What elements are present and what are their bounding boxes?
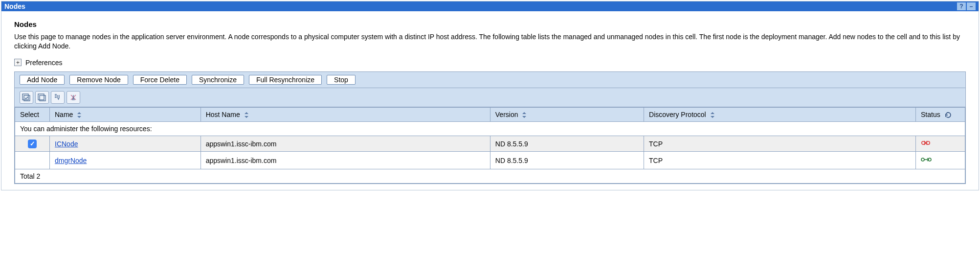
row-checkbox[interactable] xyxy=(28,140,37,148)
minimize-icon[interactable]: – xyxy=(967,2,976,10)
table-container: Add Node Remove Node Force Delete Synchr… xyxy=(14,71,966,184)
column-select: Select xyxy=(15,107,50,121)
status-synchronized-icon xyxy=(921,156,932,164)
status-unsynchronized-icon xyxy=(921,139,931,148)
svg-rect-2 xyxy=(38,94,44,100)
portlet: Nodes ? – Nodes Use this page to manage … xyxy=(1,1,979,190)
add-node-button[interactable]: Add Node xyxy=(20,75,65,85)
column-version[interactable]: Version xyxy=(490,107,644,121)
page-title: Nodes xyxy=(14,20,966,28)
portlet-titlebar: Nodes ? – xyxy=(1,1,979,11)
sort-icon[interactable] xyxy=(244,112,249,118)
svg-point-6 xyxy=(921,158,924,161)
cell-version: ND 8.5.5.9 xyxy=(490,152,644,169)
content-area: Nodes Use this page to manage nodes in t… xyxy=(1,11,979,190)
portlet-title-actions: ? – xyxy=(957,2,976,10)
preferences-toggle[interactable]: + Preferences xyxy=(14,59,966,67)
svg-point-5 xyxy=(927,141,930,144)
clear-filter-icon[interactable] xyxy=(67,91,80,104)
node-link[interactable]: dmgrNode xyxy=(55,157,87,164)
cell-discovery-protocol: TCP xyxy=(644,152,916,169)
sort-icon[interactable] xyxy=(77,112,82,118)
sort-icon[interactable] xyxy=(710,112,715,118)
section-label: You can administer the following resourc… xyxy=(15,122,965,136)
node-link[interactable]: ICNode xyxy=(55,140,78,148)
stop-button[interactable]: Stop xyxy=(327,75,356,85)
column-status: Status xyxy=(916,107,965,121)
table-footer-row: Total 2 xyxy=(15,169,965,184)
table-row: dmgrNode appswin1.issc-ibm.com ND 8.5.5.… xyxy=(15,152,965,169)
page-description: Use this page to manage nodes in the app… xyxy=(14,32,966,51)
refresh-icon[interactable] xyxy=(942,111,952,118)
preferences-label: Preferences xyxy=(25,59,62,67)
filter-icon[interactable] xyxy=(51,91,65,104)
select-all-icon[interactable] xyxy=(20,91,33,104)
column-name[interactable]: Name xyxy=(50,107,201,121)
sort-icon[interactable] xyxy=(522,112,527,118)
help-icon[interactable]: ? xyxy=(957,2,966,10)
column-host-name[interactable]: Host Name xyxy=(200,107,490,121)
cell-host-name: appswin1.issc-ibm.com xyxy=(200,152,490,169)
table-section-row: You can administer the following resourc… xyxy=(15,122,965,136)
cell-discovery-protocol: TCP xyxy=(644,136,916,152)
action-bar: Add Node Remove Node Force Delete Synchr… xyxy=(15,72,965,88)
remove-node-button[interactable]: Remove Node xyxy=(69,75,128,85)
footer-total: Total 2 xyxy=(15,169,965,184)
cell-host-name: appswin1.issc-ibm.com xyxy=(200,136,490,152)
nodes-table: Select Name Host Name Version xyxy=(15,107,965,184)
cell-version: ND 8.5.5.9 xyxy=(490,136,644,152)
svg-point-4 xyxy=(922,141,925,144)
synchronize-button[interactable]: Synchronize xyxy=(192,75,244,85)
deselect-all-icon[interactable] xyxy=(35,91,49,104)
force-delete-button[interactable]: Force Delete xyxy=(133,75,187,85)
table-row: ICNode appswin1.issc-ibm.com ND 8.5.5.9 … xyxy=(15,136,965,152)
plus-icon[interactable]: + xyxy=(14,59,22,66)
full-resynchronize-button[interactable]: Full Resynchronize xyxy=(249,75,322,85)
portlet-title-text: Nodes xyxy=(4,2,25,10)
table-toolbar xyxy=(15,88,965,107)
column-discovery-protocol[interactable]: Discovery Protocol xyxy=(644,107,916,121)
